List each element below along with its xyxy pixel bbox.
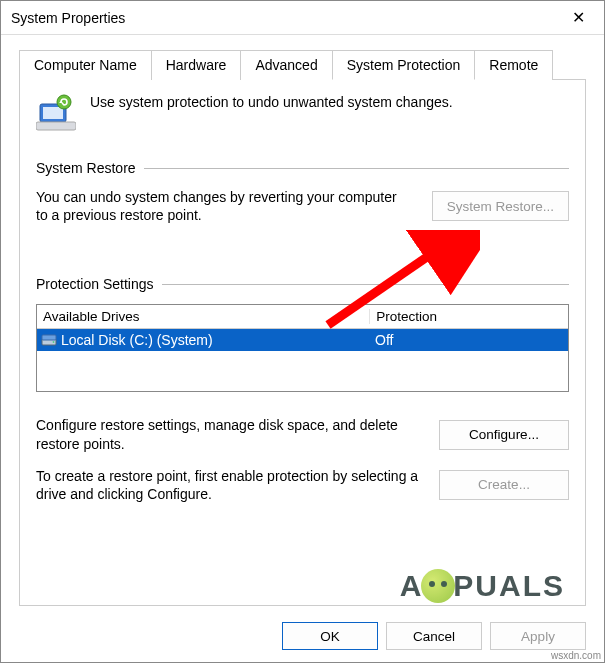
drive-icon [41,333,57,347]
ok-button[interactable]: OK [282,622,378,650]
divider [162,284,569,285]
intro-row: Use system protection to undo unwanted s… [36,94,569,134]
column-available-drives[interactable]: Available Drives [37,309,370,324]
drive-protection-status: Off [369,332,568,348]
drives-table: Available Drives Protection [36,304,569,392]
tab-hardware[interactable]: Hardware [151,50,242,80]
watermark-url: wsxdn.com [551,650,601,661]
window-title: System Properties [11,10,125,26]
dialog-footer: OK Cancel Apply [1,614,604,662]
drives-header: Available Drives Protection [37,305,568,329]
tab-advanced[interactable]: Advanced [240,50,332,80]
tab-computer-name[interactable]: Computer Name [19,50,152,80]
system-restore-description: You can undo system changes by reverting… [36,188,412,224]
apply-button[interactable]: Apply [490,622,586,650]
dialog-content: Computer Name Hardware Advanced System P… [1,35,604,614]
svg-point-3 [57,95,71,109]
configure-description: Configure restore settings, manage disk … [36,416,419,452]
system-restore-heading: System Restore [36,160,136,176]
svg-point-7 [53,341,55,343]
close-button[interactable]: ✕ [556,3,600,33]
svg-rect-2 [36,122,76,130]
column-protection[interactable]: Protection [370,309,568,324]
watermark-text: PUALS [453,569,565,603]
section-protection-settings: Protection Settings [36,276,569,292]
tab-panel-system-protection: Use system protection to undo unwanted s… [19,80,586,606]
intro-text: Use system protection to undo unwanted s… [90,94,453,110]
close-icon: ✕ [572,8,585,27]
configure-row: Configure restore settings, manage disk … [36,416,569,452]
drive-row[interactable]: Local Disk (C:) (System) Off [37,329,568,351]
watermark-letter-a: A [400,569,424,603]
cancel-button[interactable]: Cancel [386,622,482,650]
svg-rect-1 [43,107,63,119]
watermark-face-icon [421,569,455,603]
system-properties-window: System Properties ✕ Computer Name Hardwa… [0,0,605,663]
protection-settings-heading: Protection Settings [36,276,154,292]
watermark-logo: A PUALS [400,569,565,603]
section-system-restore: System Restore [36,160,569,176]
svg-rect-6 [42,335,56,340]
create-description: To create a restore point, first enable … [36,467,419,503]
drive-name: Local Disk (C:) (System) [61,332,213,348]
titlebar: System Properties ✕ [1,1,604,35]
tab-remote[interactable]: Remote [474,50,553,80]
divider [144,168,569,169]
tab-system-protection[interactable]: System Protection [332,50,476,80]
drives-body: Local Disk (C:) (System) Off [37,329,568,391]
system-restore-button[interactable]: System Restore... [432,191,569,221]
configure-button[interactable]: Configure... [439,420,569,450]
system-protection-icon [36,94,76,134]
create-button[interactable]: Create... [439,470,569,500]
tab-strip: Computer Name Hardware Advanced System P… [19,49,586,80]
system-restore-row: You can undo system changes by reverting… [36,188,569,224]
create-row: To create a restore point, first enable … [36,467,569,503]
